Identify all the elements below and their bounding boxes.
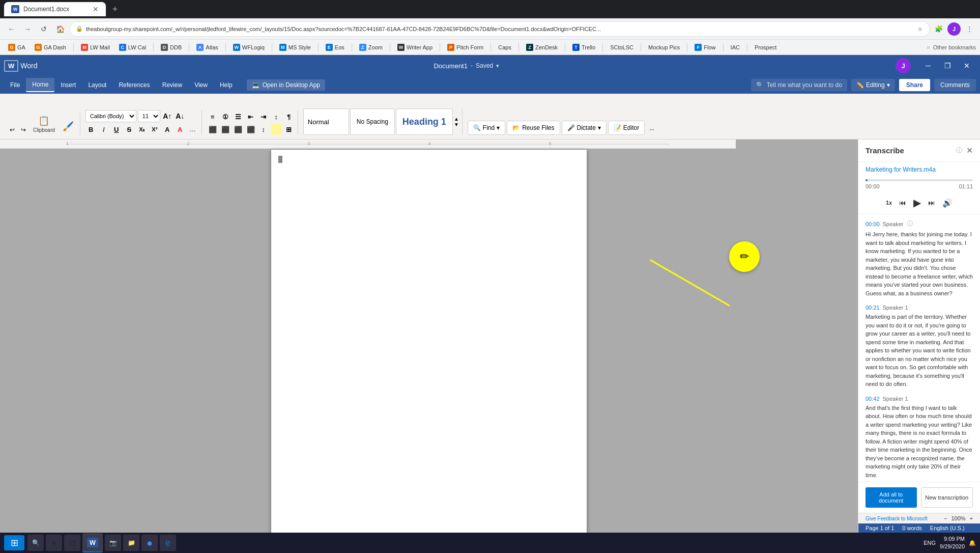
skip-forward-button[interactable]: ⏭ [928, 199, 935, 207]
bookmark-lw-cal[interactable]: C LW Cal [115, 42, 150, 52]
multilevel-button[interactable]: ☰ [233, 111, 244, 122]
font-face-select[interactable]: Calibri (Body) [85, 110, 136, 122]
align-left-button[interactable]: ⬛ [207, 124, 218, 135]
taskbar-search[interactable]: 🔍 [27, 535, 44, 551]
bookmark-eos[interactable]: E Eos [322, 42, 349, 52]
bookmarks-more[interactable]: » [927, 44, 930, 51]
panel-close-button[interactable]: ✕ [966, 146, 973, 155]
taskbar-taskview[interactable]: ⬚ [64, 535, 80, 551]
increase-font-button[interactable]: A↑ [162, 110, 173, 122]
style-heading1-button[interactable]: Heading 1 [396, 108, 453, 135]
menu-file[interactable]: File [4, 78, 26, 92]
user-avatar[interactable]: J [896, 58, 911, 73]
progress-bar[interactable] [866, 179, 973, 181]
transcript-time-2[interactable]: 00:42 [866, 396, 880, 402]
document-area[interactable]: 1 2 3 4 5 [0, 140, 858, 533]
document-page[interactable] [271, 150, 587, 533]
bookmark-writer-app[interactable]: W Writer App [393, 42, 437, 52]
share-button[interactable]: Share [899, 79, 930, 91]
shading-button[interactable] [271, 124, 282, 135]
sort-button[interactable]: ↕ [271, 111, 282, 122]
other-bookmarks[interactable]: Other bookmarks [933, 44, 976, 50]
saved-status[interactable]: Saved [476, 62, 493, 69]
bookmark-atlas[interactable]: A Atlas [192, 42, 222, 52]
transcript-info-icon-0[interactable]: ⓘ [907, 219, 913, 228]
redo-button[interactable]: ↪ [18, 125, 28, 135]
new-transcription-button[interactable]: New transcription [921, 487, 973, 508]
zoom-plus-button[interactable]: + [970, 515, 973, 521]
minimize-button[interactable]: ─ [919, 59, 937, 72]
menu-references[interactable]: References [112, 78, 156, 92]
bullets-button[interactable]: ≡ [207, 111, 218, 122]
bookmark-pitch-form[interactable]: P Pitch Form [443, 42, 487, 52]
format-painter-button[interactable]: 🖌️ [60, 119, 77, 135]
editor-button[interactable]: 📝 Editor [608, 121, 645, 135]
style-no-spacing-button[interactable]: No Spacing [350, 108, 395, 135]
new-tab-button[interactable]: + [108, 2, 122, 16]
tab-close-button[interactable]: ✕ [93, 5, 99, 13]
taskbar-lang[interactable]: ENG [924, 540, 936, 546]
bookmark-mockup-pics[interactable]: Mockup Pics [644, 43, 684, 52]
clipboard-button[interactable]: 📋 Clipboard [30, 113, 58, 135]
taskbar-edge[interactable]: e [160, 535, 176, 551]
comments-button[interactable]: Comments [934, 79, 976, 91]
start-button[interactable]: ⊞ [4, 535, 24, 550]
active-tab[interactable]: W Document1.docx ✕ [4, 2, 106, 16]
taskbar-cortana[interactable]: ○ [46, 535, 62, 551]
font-size-select[interactable]: 11 [138, 110, 160, 122]
zoom-minus-button[interactable]: − [944, 515, 947, 521]
menu-button[interactable]: ⋮ [963, 22, 976, 36]
bookmark-sctolsc[interactable]: SCtoLSC [606, 43, 638, 52]
bookmark-lw-mail[interactable]: M LW Mail [77, 42, 114, 52]
taskbar-photos[interactable]: 📷 [105, 535, 121, 551]
saved-dropdown-arrow[interactable]: ▾ [496, 63, 499, 69]
italic-button[interactable]: I [98, 124, 109, 135]
bookmark-wflogiq[interactable]: W WFLogiq [229, 42, 269, 52]
style-normal-button[interactable]: Normal [303, 108, 349, 135]
reuse-files-button[interactable]: 📂 Reuse Files [507, 121, 560, 135]
find-button[interactable]: 🔍 Find ▾ [468, 121, 505, 135]
taskbar-chrome[interactable]: ● [141, 535, 158, 551]
font-more-button[interactable]: … [187, 124, 198, 135]
bookmark-zoom[interactable]: Z Zoom [355, 42, 387, 52]
transcript-time-0[interactable]: 00:00 [866, 221, 880, 227]
open-desktop-app-button[interactable]: 💻 Open in Desktop App [247, 79, 325, 91]
add-all-to-document-button[interactable]: Add all to document [866, 487, 917, 508]
superscript-button[interactable]: X² [149, 124, 160, 135]
numbering-button[interactable]: ① [220, 111, 231, 122]
taskbar-files[interactable]: 📁 [123, 535, 139, 551]
menu-review[interactable]: Review [156, 78, 188, 92]
bookmark-prospect[interactable]: Prospect [751, 43, 781, 52]
font-color-button[interactable]: A [175, 124, 186, 135]
bookmark-caps[interactable]: Caps [494, 43, 515, 52]
menu-home[interactable]: Home [26, 78, 54, 92]
styles-scroll[interactable]: ▲ ▼ [454, 116, 459, 127]
bookmark-ga-dash[interactable]: G GA Dash [31, 42, 70, 52]
show-marks-button[interactable]: ¶ [283, 111, 295, 122]
refresh-button[interactable]: ↺ [37, 22, 51, 36]
styles-down-icon[interactable]: ▼ [454, 122, 459, 127]
undo-button[interactable]: ↩ [7, 125, 17, 135]
decrease-font-button[interactable]: A↓ [175, 110, 186, 122]
close-button[interactable]: ✕ [958, 59, 976, 72]
restore-button[interactable]: ❐ [938, 59, 957, 72]
bookmark-flow[interactable]: F Flow [690, 42, 719, 52]
speed-button[interactable]: 1x [886, 200, 892, 206]
increase-indent-button[interactable]: ⇥ [258, 111, 269, 122]
back-button[interactable]: ← [4, 22, 18, 36]
bold-button[interactable]: B [85, 124, 97, 135]
bookmark-zendesk[interactable]: Z ZenDesk [522, 42, 562, 52]
line-spacing-button[interactable]: ↕ [258, 124, 269, 135]
forward-button[interactable]: → [20, 22, 35, 36]
address-bar[interactable]: 🔒 theaboutgroup-my.sharepoint.com/_w/r/p… [69, 21, 930, 37]
subscript-button[interactable]: X₂ [136, 124, 148, 135]
transcript-time-1[interactable]: 00:21 [866, 305, 880, 311]
menu-insert[interactable]: Insert [54, 78, 82, 92]
audio-progress[interactable]: 00:00 01:11 [858, 177, 980, 193]
taskbar-notifications[interactable]: 🔔 [969, 540, 976, 546]
bookmark-ms-style[interactable]: M MS Style [275, 42, 315, 52]
editing-mode-button[interactable]: ✏️ Editing ▾ [851, 79, 895, 91]
tell-me-bar[interactable]: 🔍 Tell me what you want to do [751, 79, 847, 91]
extensions-button[interactable]: 🧩 [932, 22, 945, 36]
taskbar-word-app[interactable]: W [82, 533, 103, 552]
